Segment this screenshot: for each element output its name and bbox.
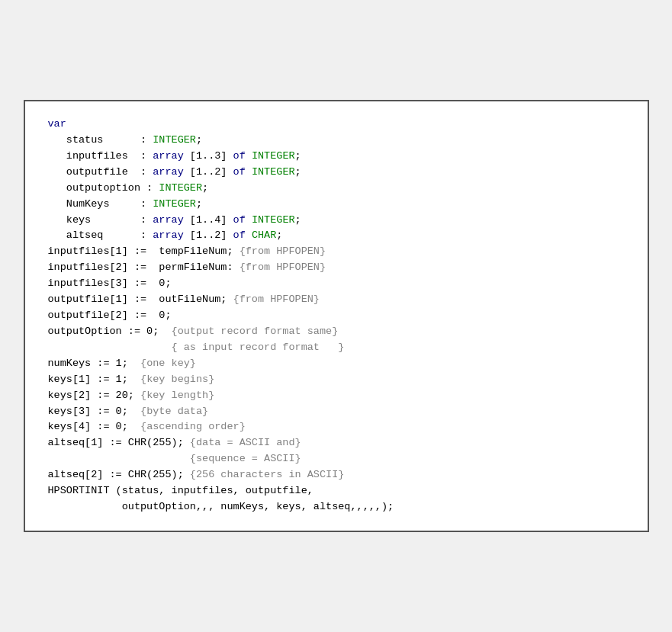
- code-line: keys[4] := 0; {ascending order}: [48, 419, 625, 435]
- code-token-plain: [246, 150, 252, 162]
- code-token-type: INTEGER: [252, 150, 295, 162]
- code-line: altseq[1] := CHR(255); {data = ASCII and…: [48, 435, 625, 451]
- code-token-plain: ;: [295, 150, 301, 162]
- code-token-kw: of: [233, 150, 246, 162]
- code-token-plain: outputoption :: [48, 182, 159, 194]
- code-line: outputfile[1] := outFileNum; {from HPFOP…: [48, 292, 625, 308]
- code-line: keys[1] := 1; {key begins}: [48, 372, 625, 388]
- code-token-comment: {from HPFOPEN}: [233, 294, 320, 305]
- code-token-plain: altseq[1] := CHR(255);: [48, 437, 190, 448]
- code-token-plain: inputfiles[3] := 0;: [48, 278, 172, 289]
- code-token-type: CHAR: [252, 229, 276, 241]
- code-line: {sequence = ASCII}: [48, 451, 625, 467]
- code-token-type: INTEGER: [153, 198, 196, 210]
- code-token-plain: outputOption,,, numKeys, keys, altseq,,,…: [48, 501, 394, 512]
- code-token-kw: array: [153, 150, 184, 162]
- code-token-plain: [1..2]: [184, 166, 233, 178]
- code-token-plain: ;: [295, 166, 301, 178]
- code-token-comment: {from HPFOPEN}: [240, 245, 326, 257]
- code-line: altseq[2] := CHR(255); {256 characters i…: [48, 467, 625, 483]
- code-token-plain: inputfiles[2] := permFileNum:: [48, 261, 240, 273]
- code-line: numKeys := 1; {one key}: [48, 356, 625, 372]
- code-token-kw: of: [233, 214, 246, 226]
- code-token-plain: outputfile :: [48, 166, 153, 178]
- code-token-kw: array: [153, 214, 184, 226]
- code-token-comment: {ascending order}: [140, 421, 246, 432]
- code-token-plain: [246, 214, 252, 226]
- code-line: outputOption := 0; {output record format…: [48, 324, 625, 340]
- code-line: inputfiles[2] := permFileNum: {from HPFO…: [48, 260, 625, 276]
- code-token-type: INTEGER: [252, 166, 295, 178]
- code-line: inputfiles[3] := 0;: [48, 276, 625, 292]
- code-token-comment: {output record format same}: [172, 326, 339, 337]
- code-token-plain: outputfile[2] := 0;: [48, 310, 172, 321]
- code-token-plain: NumKeys :: [48, 198, 153, 210]
- code-token-plain: [48, 453, 141, 464]
- code-token-plain: ;: [196, 134, 202, 146]
- code-token-kw: array: [153, 229, 184, 241]
- code-token-plain: keys[4] := 0;: [48, 421, 141, 432]
- code-token-plain: keys[2] := 20;: [48, 390, 141, 401]
- code-token-plain: ;: [276, 229, 282, 241]
- code-token-plain: [246, 229, 252, 241]
- code-token-plain: keys :: [48, 214, 153, 226]
- code-token-plain: keys[3] := 0;: [48, 406, 141, 417]
- code-line: keys[2] := 20; {key length}: [48, 388, 625, 404]
- code-line: outputoption : INTEGER;: [48, 181, 625, 197]
- code-line: outputOption,,, numKeys, keys, altseq,,,…: [48, 499, 625, 515]
- code-block: var status : INTEGER; inputfiles : array…: [48, 117, 625, 515]
- code-line: keys[3] := 0; {byte data}: [48, 404, 625, 420]
- code-token-kw: array: [153, 166, 184, 178]
- code-token-plain: outputfile[1] := outFileNum;: [48, 294, 233, 305]
- code-line: altseq : array [1..2] of CHAR;: [48, 228, 625, 244]
- code-token-plain: ;: [196, 198, 202, 210]
- code-line: { as input record format }: [48, 340, 625, 356]
- code-token-plain: outputOption := 0;: [48, 326, 172, 337]
- code-line: outputfile[2] := 0;: [48, 308, 625, 324]
- code-line: status : INTEGER;: [48, 133, 625, 149]
- code-token-kw: of: [233, 229, 246, 241]
- code-token-plain: [1..2]: [184, 229, 233, 241]
- code-line: inputfiles : array [1..3] of INTEGER;: [48, 149, 625, 165]
- code-line: var: [48, 117, 625, 133]
- code-token-plain: numKeys := 1;: [48, 358, 141, 369]
- code-line: HPSORTINIT (status, inputfiles, outputfi…: [48, 483, 625, 499]
- code-line: NumKeys : INTEGER;: [48, 197, 625, 213]
- code-token-comment: {256 characters in ASCII}: [190, 469, 345, 480]
- code-token-comment: {data = ASCII and}: [190, 437, 301, 448]
- code-token-plain: ;: [295, 214, 301, 226]
- code-token-plain: [48, 342, 172, 353]
- code-token-plain: inputfiles :: [48, 150, 153, 162]
- code-token-plain: keys[1] := 1;: [48, 374, 141, 385]
- code-token-plain: [246, 166, 252, 178]
- code-line: keys : array [1..4] of INTEGER;: [48, 213, 625, 229]
- code-token-comment: {byte data}: [140, 406, 208, 417]
- code-token-type: INTEGER: [252, 214, 295, 226]
- code-token-comment: {key begins}: [140, 374, 214, 385]
- code-token-plain: HPSORTINIT (status, inputfiles, outputfi…: [48, 485, 313, 496]
- code-token-type: INTEGER: [153, 134, 196, 146]
- code-token-type: INTEGER: [159, 182, 202, 194]
- code-token-plain: [1..4]: [184, 214, 233, 226]
- code-token-plain: ;: [202, 182, 208, 194]
- code-token-plain: status :: [48, 134, 153, 146]
- code-token-comment: {sequence = ASCII}: [140, 453, 301, 464]
- code-token-plain: altseq[2] := CHR(255);: [48, 469, 190, 480]
- code-token-comment: {one key}: [140, 358, 196, 369]
- code-token-comment: {key length}: [140, 390, 214, 401]
- code-token-plain: altseq :: [48, 229, 153, 241]
- code-token-kw: of: [233, 166, 246, 178]
- code-line: outputfile : array [1..2] of INTEGER;: [48, 165, 625, 181]
- code-line: inputfiles[1] := tempFileNum; {from HPFO…: [48, 244, 625, 260]
- code-token-plain: inputfiles[1] := tempFileNum;: [48, 245, 240, 257]
- code-token-plain: [1..3]: [184, 150, 233, 162]
- code-token-comment: {from HPFOPEN}: [240, 261, 326, 273]
- code-token-comment: { as input record format }: [172, 342, 345, 353]
- code-token-kw: var: [48, 118, 66, 130]
- code-container: var status : INTEGER; inputfiles : array…: [24, 100, 649, 532]
